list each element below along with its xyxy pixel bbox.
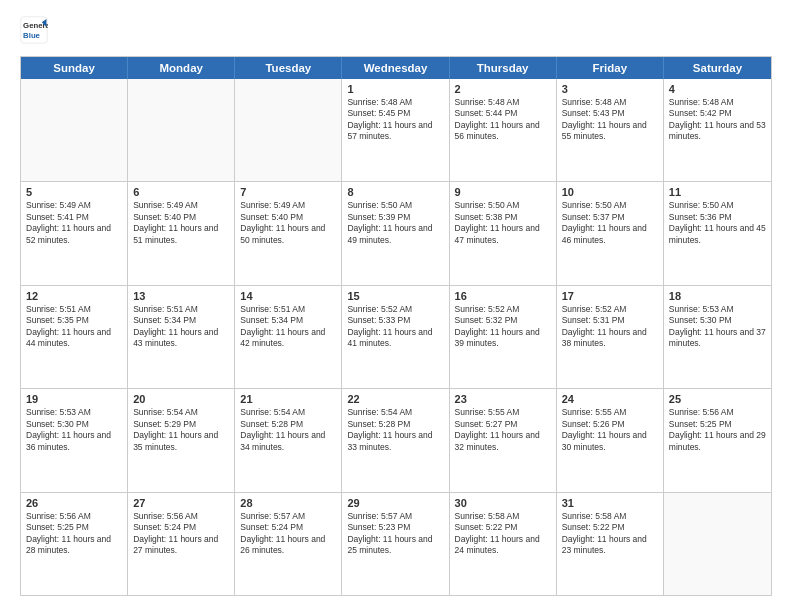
- calendar-cell: 15Sunrise: 5:52 AM Sunset: 5:33 PM Dayli…: [342, 286, 449, 388]
- calendar-cell: 20Sunrise: 5:54 AM Sunset: 5:29 PM Dayli…: [128, 389, 235, 491]
- day-info: Sunrise: 5:55 AM Sunset: 5:26 PM Dayligh…: [562, 407, 658, 453]
- day-number: 25: [669, 393, 766, 405]
- day-number: 13: [133, 290, 229, 302]
- calendar-cell: 13Sunrise: 5:51 AM Sunset: 5:34 PM Dayli…: [128, 286, 235, 388]
- logo-icon: General Blue: [20, 16, 48, 44]
- calendar-cell: 11Sunrise: 5:50 AM Sunset: 5:36 PM Dayli…: [664, 182, 771, 284]
- weekday-header: Tuesday: [235, 57, 342, 79]
- day-info: Sunrise: 5:51 AM Sunset: 5:34 PM Dayligh…: [133, 304, 229, 350]
- day-number: 26: [26, 497, 122, 509]
- calendar-cell: [235, 79, 342, 181]
- calendar-row: 5Sunrise: 5:49 AM Sunset: 5:41 PM Daylig…: [21, 181, 771, 284]
- calendar-cell: 7Sunrise: 5:49 AM Sunset: 5:40 PM Daylig…: [235, 182, 342, 284]
- day-info: Sunrise: 5:51 AM Sunset: 5:34 PM Dayligh…: [240, 304, 336, 350]
- weekday-header: Monday: [128, 57, 235, 79]
- day-info: Sunrise: 5:53 AM Sunset: 5:30 PM Dayligh…: [669, 304, 766, 350]
- calendar-row: 26Sunrise: 5:56 AM Sunset: 5:25 PM Dayli…: [21, 492, 771, 595]
- day-info: Sunrise: 5:58 AM Sunset: 5:22 PM Dayligh…: [562, 511, 658, 557]
- calendar-row: 19Sunrise: 5:53 AM Sunset: 5:30 PM Dayli…: [21, 388, 771, 491]
- day-info: Sunrise: 5:57 AM Sunset: 5:23 PM Dayligh…: [347, 511, 443, 557]
- calendar-cell: 24Sunrise: 5:55 AM Sunset: 5:26 PM Dayli…: [557, 389, 664, 491]
- calendar-cell: 5Sunrise: 5:49 AM Sunset: 5:41 PM Daylig…: [21, 182, 128, 284]
- calendar-cell: 6Sunrise: 5:49 AM Sunset: 5:40 PM Daylig…: [128, 182, 235, 284]
- calendar-cell: 10Sunrise: 5:50 AM Sunset: 5:37 PM Dayli…: [557, 182, 664, 284]
- day-number: 21: [240, 393, 336, 405]
- calendar-cell: [21, 79, 128, 181]
- calendar-row: 12Sunrise: 5:51 AM Sunset: 5:35 PM Dayli…: [21, 285, 771, 388]
- day-info: Sunrise: 5:54 AM Sunset: 5:28 PM Dayligh…: [347, 407, 443, 453]
- calendar-cell: 30Sunrise: 5:58 AM Sunset: 5:22 PM Dayli…: [450, 493, 557, 595]
- day-number: 27: [133, 497, 229, 509]
- calendar-row: 1Sunrise: 5:48 AM Sunset: 5:45 PM Daylig…: [21, 79, 771, 181]
- calendar-cell: [128, 79, 235, 181]
- day-info: Sunrise: 5:51 AM Sunset: 5:35 PM Dayligh…: [26, 304, 122, 350]
- day-info: Sunrise: 5:52 AM Sunset: 5:32 PM Dayligh…: [455, 304, 551, 350]
- day-info: Sunrise: 5:50 AM Sunset: 5:39 PM Dayligh…: [347, 200, 443, 246]
- day-info: Sunrise: 5:54 AM Sunset: 5:28 PM Dayligh…: [240, 407, 336, 453]
- weekday-header: Wednesday: [342, 57, 449, 79]
- svg-text:Blue: Blue: [23, 31, 41, 40]
- day-number: 30: [455, 497, 551, 509]
- day-info: Sunrise: 5:49 AM Sunset: 5:40 PM Dayligh…: [240, 200, 336, 246]
- calendar-cell: [664, 493, 771, 595]
- day-info: Sunrise: 5:48 AM Sunset: 5:43 PM Dayligh…: [562, 97, 658, 143]
- day-number: 6: [133, 186, 229, 198]
- calendar-cell: 12Sunrise: 5:51 AM Sunset: 5:35 PM Dayli…: [21, 286, 128, 388]
- calendar-cell: 19Sunrise: 5:53 AM Sunset: 5:30 PM Dayli…: [21, 389, 128, 491]
- calendar-cell: 3Sunrise: 5:48 AM Sunset: 5:43 PM Daylig…: [557, 79, 664, 181]
- day-number: 16: [455, 290, 551, 302]
- day-number: 31: [562, 497, 658, 509]
- day-info: Sunrise: 5:50 AM Sunset: 5:37 PM Dayligh…: [562, 200, 658, 246]
- calendar-cell: 27Sunrise: 5:56 AM Sunset: 5:24 PM Dayli…: [128, 493, 235, 595]
- calendar-cell: 8Sunrise: 5:50 AM Sunset: 5:39 PM Daylig…: [342, 182, 449, 284]
- calendar-body: 1Sunrise: 5:48 AM Sunset: 5:45 PM Daylig…: [21, 79, 771, 595]
- weekday-header: Saturday: [664, 57, 771, 79]
- day-info: Sunrise: 5:56 AM Sunset: 5:25 PM Dayligh…: [26, 511, 122, 557]
- day-number: 2: [455, 83, 551, 95]
- calendar-cell: 26Sunrise: 5:56 AM Sunset: 5:25 PM Dayli…: [21, 493, 128, 595]
- day-number: 5: [26, 186, 122, 198]
- day-info: Sunrise: 5:52 AM Sunset: 5:33 PM Dayligh…: [347, 304, 443, 350]
- day-number: 19: [26, 393, 122, 405]
- day-info: Sunrise: 5:58 AM Sunset: 5:22 PM Dayligh…: [455, 511, 551, 557]
- weekday-header: Thursday: [450, 57, 557, 79]
- day-number: 12: [26, 290, 122, 302]
- day-number: 15: [347, 290, 443, 302]
- day-number: 23: [455, 393, 551, 405]
- page-header: General Blue: [20, 16, 772, 44]
- day-info: Sunrise: 5:48 AM Sunset: 5:42 PM Dayligh…: [669, 97, 766, 143]
- day-info: Sunrise: 5:48 AM Sunset: 5:45 PM Dayligh…: [347, 97, 443, 143]
- day-number: 18: [669, 290, 766, 302]
- day-number: 29: [347, 497, 443, 509]
- day-info: Sunrise: 5:56 AM Sunset: 5:25 PM Dayligh…: [669, 407, 766, 453]
- calendar-cell: 21Sunrise: 5:54 AM Sunset: 5:28 PM Dayli…: [235, 389, 342, 491]
- day-info: Sunrise: 5:52 AM Sunset: 5:31 PM Dayligh…: [562, 304, 658, 350]
- day-number: 7: [240, 186, 336, 198]
- day-info: Sunrise: 5:50 AM Sunset: 5:38 PM Dayligh…: [455, 200, 551, 246]
- day-info: Sunrise: 5:48 AM Sunset: 5:44 PM Dayligh…: [455, 97, 551, 143]
- day-number: 24: [562, 393, 658, 405]
- day-number: 11: [669, 186, 766, 198]
- day-number: 10: [562, 186, 658, 198]
- calendar-cell: 9Sunrise: 5:50 AM Sunset: 5:38 PM Daylig…: [450, 182, 557, 284]
- day-number: 28: [240, 497, 336, 509]
- day-number: 22: [347, 393, 443, 405]
- calendar-cell: 29Sunrise: 5:57 AM Sunset: 5:23 PM Dayli…: [342, 493, 449, 595]
- calendar-cell: 14Sunrise: 5:51 AM Sunset: 5:34 PM Dayli…: [235, 286, 342, 388]
- calendar-cell: 18Sunrise: 5:53 AM Sunset: 5:30 PM Dayli…: [664, 286, 771, 388]
- day-number: 3: [562, 83, 658, 95]
- calendar-cell: 17Sunrise: 5:52 AM Sunset: 5:31 PM Dayli…: [557, 286, 664, 388]
- day-number: 14: [240, 290, 336, 302]
- day-info: Sunrise: 5:57 AM Sunset: 5:24 PM Dayligh…: [240, 511, 336, 557]
- calendar-cell: 16Sunrise: 5:52 AM Sunset: 5:32 PM Dayli…: [450, 286, 557, 388]
- day-number: 4: [669, 83, 766, 95]
- calendar-cell: 2Sunrise: 5:48 AM Sunset: 5:44 PM Daylig…: [450, 79, 557, 181]
- day-info: Sunrise: 5:55 AM Sunset: 5:27 PM Dayligh…: [455, 407, 551, 453]
- weekday-header: Sunday: [21, 57, 128, 79]
- calendar-cell: 4Sunrise: 5:48 AM Sunset: 5:42 PM Daylig…: [664, 79, 771, 181]
- day-info: Sunrise: 5:49 AM Sunset: 5:40 PM Dayligh…: [133, 200, 229, 246]
- day-number: 17: [562, 290, 658, 302]
- calendar-header: SundayMondayTuesdayWednesdayThursdayFrid…: [21, 57, 771, 79]
- logo: General Blue: [20, 16, 48, 44]
- day-number: 8: [347, 186, 443, 198]
